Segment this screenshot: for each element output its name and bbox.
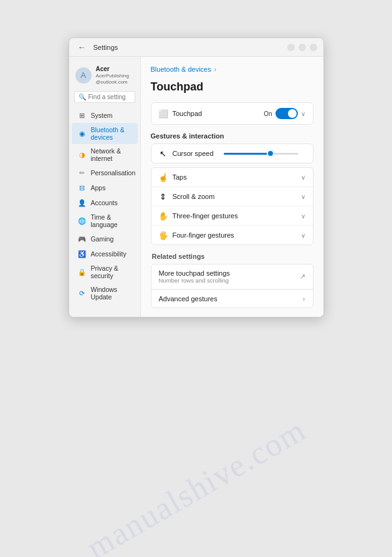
breadcrumb-link[interactable]: Bluetooth & devices — [151, 65, 211, 73]
taps-label: Taps — [173, 173, 187, 181]
slider-thumb[interactable] — [267, 150, 274, 157]
sidebar-item-time[interactable]: 🌐 Time & language — [72, 210, 138, 231]
related-card: More touchpad settings Number rows and s… — [151, 264, 313, 308]
more-touchpad-sub: Number rows and scrolling — [159, 277, 230, 284]
sidebar-item-label-privacy: Privacy & security — [91, 264, 131, 279]
sidebar-item-apps[interactable]: ⊟ Apps — [72, 180, 138, 195]
window-title: Settings — [93, 44, 118, 51]
search-input[interactable] — [88, 94, 131, 100]
sidebar-item-network[interactable]: ◑ Network & internet — [72, 144, 138, 165]
taps-icon: ☝ — [159, 173, 168, 182]
scroll-label: Scroll & zoom — [173, 193, 215, 200]
update-icon: ⟳ — [78, 289, 87, 298]
toggle-container[interactable]: On ∨ — [264, 108, 305, 119]
sidebar-item-bluetooth[interactable]: ◉ Bluetooth & devices — [72, 123, 138, 144]
accessibility-icon: ♿ — [78, 249, 87, 258]
taps-expand-icon: ∨ — [301, 174, 305, 181]
content-area: A Acer AcerPublishing@outlook.com 🔍 ⊞ Sy… — [69, 57, 323, 317]
user-name: Acer — [96, 65, 134, 73]
three-finger-icon: ✋ — [159, 211, 168, 220]
user-section: A Acer AcerPublishing@outlook.com — [69, 62, 140, 91]
touchpad-toggle[interactable] — [275, 108, 298, 119]
user-email: AcerPublishing@outlook.com — [96, 73, 134, 85]
cursor-speed-row: ↖ Cursor speed — [151, 143, 313, 163]
cursor-speed-label: Cursor speed — [173, 150, 214, 157]
scroll-icon: ⇕ — [159, 192, 168, 201]
sidebar-item-label-update: Windows Update — [91, 286, 131, 301]
touchpad-label: Touchpad — [173, 110, 203, 117]
cursor-speed-slider[interactable] — [224, 153, 299, 155]
sidebar-item-accessibility[interactable]: ♿ Accessibility — [72, 246, 138, 261]
four-finger-row[interactable]: 🖐 Four-finger gestures ∨ — [151, 225, 313, 245]
sidebar: A Acer AcerPublishing@outlook.com 🔍 ⊞ Sy… — [69, 57, 141, 317]
scroll-zoom-row[interactable]: ⇕ Scroll & zoom ∨ — [151, 186, 313, 206]
gaming-icon: 🎮 — [78, 235, 87, 243]
four-finger-expand-icon: ∨ — [301, 232, 305, 239]
privacy-icon: 🔒 — [78, 268, 87, 276]
breadcrumb: Bluetooth & devices › — [151, 65, 313, 73]
sidebar-item-label-personalisation: Personalisation — [91, 169, 136, 177]
more-touchpad-text: More touchpad settings Number rows and s… — [159, 269, 230, 284]
touchpad-row: ⬜ Touchpad On ∨ — [151, 103, 313, 124]
slider-fill — [224, 153, 269, 155]
touchpad-row-left: ⬜ Touchpad — [159, 109, 203, 118]
back-button[interactable]: ← — [75, 42, 88, 52]
breadcrumb-separator: › — [214, 66, 216, 73]
sidebar-item-label-accessibility: Accessibility — [91, 250, 127, 258]
search-icon: 🔍 — [79, 94, 86, 100]
sidebar-item-accounts[interactable]: 👤 Accounts — [72, 195, 138, 210]
sidebar-item-label-apps: Apps — [91, 184, 106, 191]
user-info: Acer AcerPublishing@outlook.com — [96, 65, 134, 85]
sidebar-item-label-system: System — [91, 112, 113, 119]
window-controls — [287, 44, 317, 51]
apps-icon: ⊟ — [78, 183, 87, 192]
sidebar-item-label-bluetooth: Bluetooth & devices — [91, 126, 131, 141]
gestures-card: ☝ Taps ∨ ⇕ Scroll & zoom ∨ ✋ — [151, 167, 313, 245]
cursor-icon: ↖ — [159, 149, 168, 158]
advanced-gestures-title: Advanced gestures — [159, 295, 218, 303]
touchpad-card: ⬜ Touchpad On ∨ — [151, 102, 313, 125]
watermark: manualshive.com — [80, 411, 312, 557]
sidebar-item-label-gaming: Gaming — [91, 235, 114, 243]
close-button[interactable] — [310, 44, 317, 51]
sidebar-item-system[interactable]: ⊞ System — [72, 108, 138, 123]
advanced-gestures-text: Advanced gestures — [159, 295, 218, 303]
arrow-right-icon: › — [303, 295, 305, 303]
cursor-speed-left: ↖ Cursor speed — [159, 149, 305, 158]
search-box[interactable]: 🔍 — [74, 91, 135, 103]
three-finger-expand-icon: ∨ — [301, 213, 305, 220]
accounts-icon: 👤 — [78, 198, 87, 207]
page-title: Touchpad — [151, 80, 204, 93]
sidebar-item-update[interactable]: ⟳ Windows Update — [72, 283, 138, 304]
advanced-gestures-row[interactable]: Advanced gestures › — [151, 289, 313, 308]
taps-row[interactable]: ☝ Taps ∨ — [151, 168, 313, 186]
main-content: Bluetooth & devices › Touchpad ⬜ Touchpa… — [141, 57, 323, 317]
settings-window: ← Settings A Acer AcerPublishing@outlook… — [69, 37, 324, 317]
scroll-left: ⇕ Scroll & zoom — [159, 192, 215, 201]
toggle-knob — [288, 109, 297, 118]
sidebar-item-label-accounts: Accounts — [91, 199, 118, 206]
external-link-icon: ↗ — [300, 273, 305, 281]
network-icon: ◑ — [78, 150, 87, 159]
sidebar-item-privacy[interactable]: 🔒 Privacy & security — [72, 261, 138, 283]
minimize-button[interactable] — [287, 44, 295, 51]
touchpad-icon: ⬜ — [159, 109, 168, 118]
taps-left: ☝ Taps — [159, 173, 187, 182]
title-bar-left: ← Settings — [75, 42, 118, 52]
maximize-button[interactable] — [299, 44, 306, 51]
sidebar-item-personalisation[interactable]: ✏ Personalisation — [72, 165, 138, 180]
personalise-icon: ✏ — [78, 168, 87, 177]
nav-list: ⊞ System ◉ Bluetooth & devices ◑ Network… — [69, 108, 140, 304]
three-finger-left: ✋ Three-finger gestures — [159, 211, 238, 220]
toggle-on-label: On — [264, 110, 272, 117]
three-finger-label: Three-finger gestures — [173, 212, 238, 220]
four-finger-icon: 🖐 — [159, 231, 168, 240]
sidebar-item-gaming[interactable]: 🎮 Gaming — [72, 231, 138, 246]
four-finger-left: 🖐 Four-finger gestures — [159, 231, 234, 240]
more-touchpad-title: More touchpad settings — [159, 269, 230, 277]
related-settings-header: Related settings — [152, 253, 313, 260]
more-touchpad-row[interactable]: More touchpad settings Number rows and s… — [151, 264, 313, 289]
toggle-expand-icon[interactable]: ∨ — [301, 110, 305, 117]
three-finger-row[interactable]: ✋ Three-finger gestures ∨ — [151, 206, 313, 225]
avatar: A — [75, 67, 92, 84]
